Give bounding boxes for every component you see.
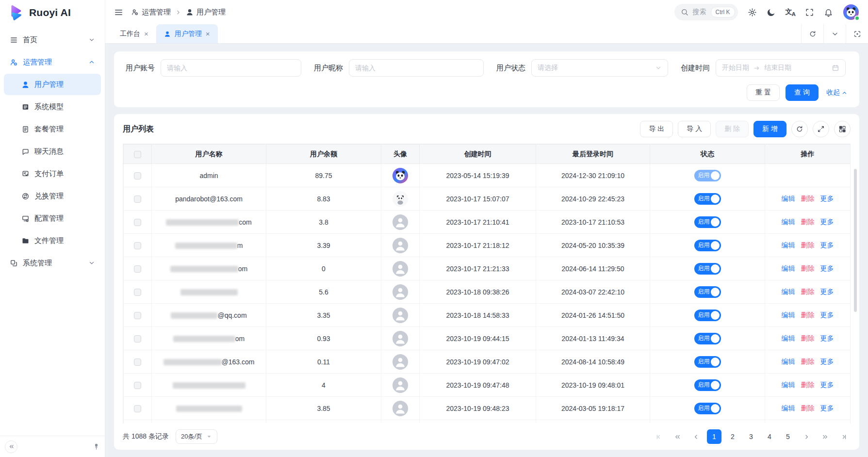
sidebar-item-7[interactable]: 兑换管理 — [4, 185, 101, 207]
delete-link[interactable]: 删除 — [801, 334, 815, 342]
last-page-button[interactable] — [836, 429, 851, 444]
more-link[interactable]: 更多 — [820, 195, 834, 202]
query-button[interactable]: 查 询 — [786, 84, 819, 101]
status-toggle[interactable]: 启用 — [694, 216, 721, 228]
more-link[interactable]: 更多 — [820, 334, 834, 342]
sidebar-item-4[interactable]: 套餐管理 — [4, 118, 101, 140]
delete-button[interactable]: 删 除 — [716, 121, 749, 137]
export-button[interactable]: 导 出 — [640, 121, 673, 137]
sidebar-item-1[interactable]: 运营管理 — [4, 51, 101, 73]
status-toggle[interactable]: 启用 — [694, 403, 721, 414]
menu-toggle-icon[interactable] — [114, 8, 123, 17]
translate-icon[interactable]: 文A — [786, 8, 795, 17]
row-checkbox[interactable] — [134, 359, 141, 366]
edit-link[interactable]: 编辑 — [782, 404, 795, 412]
edit-link[interactable]: 编辑 — [782, 195, 795, 202]
edit-link[interactable]: 编辑 — [782, 218, 795, 226]
status-toggle[interactable]: 启用 — [694, 286, 721, 298]
global-search[interactable]: 搜索 Ctrl K — [674, 4, 738, 20]
sidebar-item-0[interactable]: 首页 — [4, 29, 101, 50]
delete-link[interactable]: 删除 — [801, 381, 815, 389]
row-checkbox[interactable] — [134, 335, 141, 343]
sidebar-item-6[interactable]: 支付订单 — [4, 163, 101, 184]
delete-link[interactable]: 删除 — [801, 311, 815, 319]
delete-link[interactable]: 删除 — [801, 241, 815, 249]
status-toggle[interactable]: 启用 — [694, 356, 721, 368]
next-fast-button[interactable] — [818, 429, 832, 444]
page-button-1[interactable]: 1 — [707, 429, 721, 444]
import-button[interactable]: 导 入 — [678, 121, 711, 137]
sidebar-item-3[interactable]: 系统模型 — [4, 96, 101, 117]
status-toggle[interactable]: 启用 — [694, 193, 721, 205]
nickname-input[interactable] — [349, 59, 484, 77]
content-fullscreen-button[interactable] — [846, 24, 868, 43]
more-link[interactable]: 更多 — [820, 218, 834, 226]
edit-link[interactable]: 编辑 — [782, 381, 795, 389]
delete-link[interactable]: 删除 — [801, 404, 815, 412]
edit-link[interactable]: 编辑 — [782, 241, 795, 249]
status-select[interactable]: 请选择 — [531, 59, 668, 77]
status-toggle[interactable]: 启用 — [694, 379, 721, 391]
row-checkbox[interactable] — [134, 289, 141, 296]
status-toggle[interactable]: 启用 — [694, 170, 721, 181]
reset-button[interactable]: 重 置 — [747, 84, 780, 101]
prev-page-button[interactable] — [688, 429, 703, 444]
prev-fast-button[interactable] — [670, 429, 685, 444]
status-toggle[interactable]: 启用 — [694, 240, 721, 251]
tab-0[interactable]: 工作台× — [112, 24, 156, 43]
dark-mode-icon[interactable] — [767, 8, 776, 17]
table-fullscreen-button[interactable] — [813, 121, 829, 137]
edit-link[interactable]: 编辑 — [782, 264, 795, 272]
tab-menu-button[interactable] — [823, 24, 846, 43]
more-link[interactable]: 更多 — [820, 358, 834, 365]
edit-link[interactable]: 编辑 — [782, 288, 795, 295]
edit-link[interactable]: 编辑 — [782, 358, 795, 365]
user-avatar[interactable] — [843, 4, 859, 20]
delete-link[interactable]: 删除 — [801, 358, 815, 365]
status-toggle[interactable]: 启用 — [694, 263, 721, 275]
row-checkbox[interactable] — [134, 196, 141, 203]
breadcrumb-item-1[interactable]: 用户管理 — [186, 8, 226, 17]
sidebar-item-9[interactable]: 文件管理 — [4, 230, 101, 251]
sidebar-item-8[interactable]: 配置管理 — [4, 208, 101, 229]
edit-link[interactable]: 编辑 — [782, 334, 795, 342]
date-range-picker[interactable]: 开始日期 结束日期 — [716, 59, 846, 77]
more-link[interactable]: 更多 — [820, 311, 834, 319]
delete-link[interactable]: 删除 — [801, 264, 815, 272]
row-checkbox[interactable] — [134, 382, 141, 389]
refresh-table-button[interactable] — [791, 121, 808, 137]
row-checkbox[interactable] — [134, 312, 141, 319]
account-input[interactable] — [161, 59, 301, 77]
table-scrollbar[interactable] — [854, 169, 857, 312]
row-checkbox[interactable] — [134, 405, 141, 412]
settings-icon[interactable] — [748, 8, 757, 17]
page-size-select[interactable]: 20条/页 — [176, 429, 217, 444]
more-link[interactable]: 更多 — [820, 404, 834, 412]
pin-icon[interactable] — [93, 443, 100, 450]
collapse-filter-link[interactable]: 收起 — [826, 88, 848, 97]
fullscreen-icon[interactable] — [805, 8, 814, 17]
more-link[interactable]: 更多 — [820, 241, 834, 249]
more-link[interactable]: 更多 — [820, 288, 834, 295]
tab-1[interactable]: 用户管理× — [156, 24, 218, 43]
status-toggle[interactable]: 启用 — [694, 310, 721, 321]
select-all-checkbox[interactable] — [134, 151, 141, 158]
refresh-page-button[interactable] — [801, 24, 823, 43]
delete-link[interactable]: 删除 — [801, 288, 815, 295]
add-button[interactable]: 新 增 — [753, 121, 786, 137]
sidebar-item-10[interactable]: 系统管理 — [4, 252, 101, 274]
tab-close-icon[interactable]: × — [206, 30, 210, 37]
first-page-button[interactable] — [652, 429, 666, 444]
delete-link[interactable]: 删除 — [801, 218, 815, 226]
page-button-3[interactable]: 3 — [744, 429, 758, 444]
page-button-4[interactable]: 4 — [762, 429, 777, 444]
more-link[interactable]: 更多 — [820, 381, 834, 389]
logo[interactable]: Ruoyi AI — [0, 0, 105, 25]
more-link[interactable]: 更多 — [820, 264, 834, 272]
tab-close-icon[interactable]: × — [144, 30, 148, 37]
page-button-5[interactable]: 5 — [781, 429, 795, 444]
sidebar-item-2[interactable]: 用户管理 — [4, 74, 101, 95]
row-checkbox[interactable] — [134, 219, 141, 226]
sidebar-collapse-button[interactable] — [5, 441, 17, 453]
row-checkbox[interactable] — [134, 172, 141, 180]
